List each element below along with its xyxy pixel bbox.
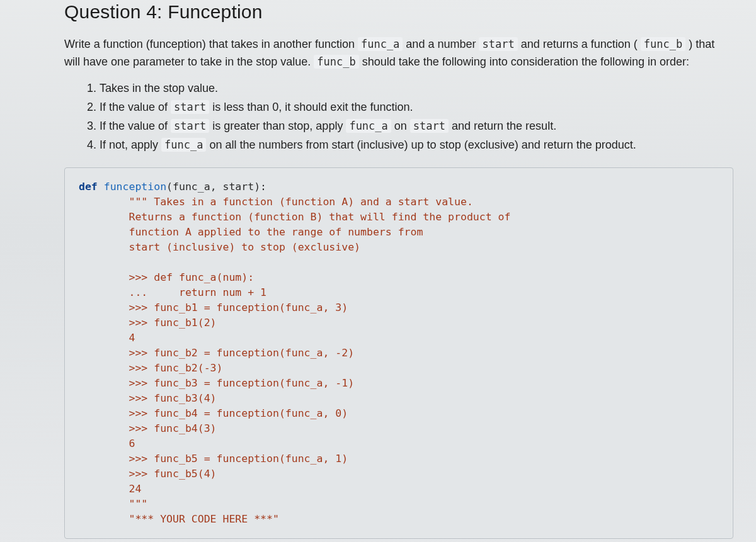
code-docstring: >>> func_b1 = funception(func_a, 3) (79, 302, 348, 313)
code-docstring: Returns a function (function B) that wil… (79, 211, 510, 223)
code-docstring: 24 (79, 483, 141, 495)
code-start: start (171, 119, 209, 133)
list-item: If the value of start is greater than st… (100, 117, 733, 135)
code-docstring: """ (79, 498, 147, 510)
code-docstring: >>> func_b4(3) (79, 422, 217, 434)
code-docstring: >>> func_b4 = funception(func_a, 0) (79, 407, 348, 419)
question-title: Question 4: Funception (64, 0, 733, 29)
intro-text: and a number (403, 38, 479, 50)
code-start: start (479, 37, 517, 51)
code-docstring: >>> func_b1(2) (79, 317, 217, 329)
list-text: If the value of (100, 101, 171, 113)
code-start: start (410, 119, 449, 133)
code-docstring: >>> func_b2 = funception(func_a, -2) (79, 347, 354, 359)
code-placeholder: "*** YOUR CODE HERE ***" (79, 513, 279, 525)
code-docstring: >>> func_b2(-3) (79, 362, 222, 374)
code-docstring: """ Takes in a function (function A) and… (79, 196, 473, 208)
code-keyword: def (79, 181, 104, 193)
list-text: on (391, 120, 410, 132)
list-item: If the value of start is less than 0, it… (100, 98, 733, 116)
code-docstring: 4 (79, 332, 135, 344)
code-docstring: >>> func_b3(4) (79, 392, 217, 404)
code-docstring: >>> func_b3 = funception(func_a, -1) (79, 377, 354, 389)
intro-text: should take the following into considera… (359, 55, 689, 68)
code-func-a: func_a (358, 37, 403, 51)
code-block: def funception(func_a, start): """ Takes… (64, 167, 733, 539)
code-func-a: func_a (161, 138, 206, 152)
intro-text: Write a function (funception) that takes… (64, 38, 358, 50)
page-content: Question 4: Funception Write a function … (0, 0, 756, 542)
list-item: If not, apply func_a on all the numbers … (100, 136, 733, 154)
list-text: If the value of (100, 120, 171, 132)
list-text: is less than 0, it should exit the funct… (209, 101, 413, 113)
code-docstring: >>> func_b5(4) (79, 468, 217, 480)
code-docstring: function A applied to the range of numbe… (79, 226, 423, 238)
code-func-b: func_b (641, 37, 685, 51)
code-start: start (171, 100, 209, 114)
code-docstring: ... return num + 1 (79, 286, 266, 298)
question-intro: Write a function (funception) that takes… (64, 35, 733, 71)
code-docstring: start (inclusive) to stop (exclusive) (79, 241, 360, 253)
list-text: If not, apply (100, 138, 161, 151)
intro-text: and returns a function ( (518, 38, 641, 50)
code-func-b: func_b (314, 55, 358, 69)
code-docstring: >>> func_b5 = funception(func_a, 1) (79, 453, 348, 465)
code-func-a: func_a (346, 119, 391, 133)
code-docstring: >>> def func_a(num): (79, 271, 254, 283)
list-item: Takes in the stop value. (100, 79, 733, 97)
list-text: is greater than stop, apply (209, 120, 346, 132)
code-fn-name: funception (104, 181, 166, 193)
list-text: on all the numbers from start (inclusive… (206, 138, 636, 151)
list-text: and return the result. (449, 120, 556, 132)
code-text: (func_a, start): (166, 181, 266, 193)
code-docstring: 6 (79, 438, 135, 449)
list-text: Takes in the stop value. (100, 82, 218, 94)
requirements-list: Takes in the stop value. If the value of… (64, 79, 733, 154)
